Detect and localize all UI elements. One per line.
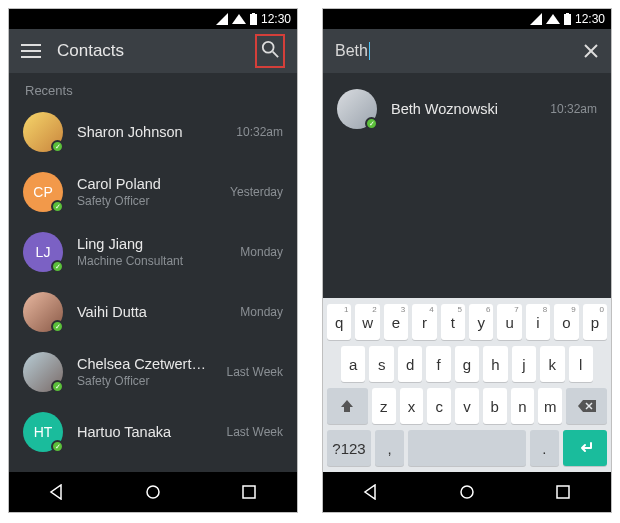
comma-key[interactable]: , <box>375 430 404 466</box>
phone-screen-search: 12:30 Beth Beth Woznowski 10:32am q1w2e3… <box>322 8 612 513</box>
key-e[interactable]: e3 <box>384 304 408 340</box>
presence-indicator <box>51 320 64 333</box>
key-v[interactable]: v <box>455 388 479 424</box>
search-button[interactable] <box>255 34 285 68</box>
contact-text: Ling Jiang Machine Consultant <box>77 236 220 268</box>
avatar <box>23 292 63 332</box>
nav-recent-button[interactable] <box>543 472 583 512</box>
svg-rect-24 <box>557 486 569 498</box>
section-label-recents: Recents <box>9 73 297 102</box>
key-m[interactable]: m <box>538 388 562 424</box>
key-j[interactable]: j <box>512 346 536 382</box>
key-d[interactable]: d <box>398 346 422 382</box>
contact-name: Hartuo Tanaka <box>77 424 207 440</box>
key-z[interactable]: z <box>372 388 396 424</box>
period-key[interactable]: . <box>530 430 559 466</box>
contact-row[interactable]: LJ Ling Jiang Machine Consultant Monday <box>9 222 297 282</box>
key-x[interactable]: x <box>400 388 424 424</box>
nav-back-button[interactable] <box>351 472 391 512</box>
avatar <box>337 89 377 129</box>
key-h[interactable]: h <box>483 346 507 382</box>
presence-indicator <box>51 140 64 153</box>
contact-time: Yesterday <box>230 185 283 199</box>
contact-name: Vaihi Dutta <box>77 304 220 320</box>
contact-subtitle: Machine Consultant <box>77 254 220 268</box>
contact-name: Chelsea Czetwertunski <box>77 356 207 372</box>
key-k[interactable]: k <box>540 346 564 382</box>
key-r[interactable]: r4 <box>412 304 436 340</box>
phone-screen-contacts: 12:30 Contacts Recents Sharon Johnson 10… <box>8 8 298 513</box>
svg-point-7 <box>263 42 274 53</box>
key-s[interactable]: s <box>369 346 393 382</box>
app-bar: Contacts <box>9 29 297 73</box>
contact-time: Monday <box>240 245 283 259</box>
svg-rect-2 <box>250 14 257 25</box>
svg-point-10 <box>147 486 159 498</box>
key-g[interactable]: g <box>455 346 479 382</box>
android-nav-bar <box>323 472 611 512</box>
avatar-initials: LJ <box>36 244 51 260</box>
enter-key[interactable] <box>563 430 607 466</box>
key-t[interactable]: t5 <box>441 304 465 340</box>
contact-row[interactable]: Sharon Johnson 10:32am <box>9 102 297 162</box>
key-u[interactable]: u7 <box>497 304 521 340</box>
svg-rect-11 <box>243 486 255 498</box>
contact-time: Last Week <box>227 425 283 439</box>
nav-home-button[interactable] <box>447 472 487 512</box>
avatar <box>23 352 63 392</box>
shift-key[interactable] <box>327 388 368 424</box>
avatar-initials: HT <box>34 424 53 440</box>
contact-row[interactable]: Chelsea Czetwertunski Safety Officer Las… <box>9 342 297 402</box>
key-w[interactable]: w2 <box>355 304 379 340</box>
contact-text: Vaihi Dutta <box>77 304 220 320</box>
key-p[interactable]: p0 <box>583 304 607 340</box>
svg-rect-5 <box>21 50 41 52</box>
svg-marker-12 <box>530 13 542 25</box>
contact-row[interactable]: CP Carol Poland Safety Officer Yesterday <box>9 162 297 222</box>
svg-marker-22 <box>365 485 375 499</box>
search-results: Beth Woznowski 10:32am <box>323 73 611 298</box>
contact-name: Ling Jiang <box>77 236 220 252</box>
contact-text: Hartuo Tanaka <box>77 424 207 440</box>
contact-name: Sharon Johnson <box>77 124 216 140</box>
contact-row[interactable]: Jalene Ng 2 Weeks Ago <box>9 462 297 472</box>
menu-icon[interactable] <box>21 41 41 61</box>
key-l[interactable]: l <box>569 346 593 382</box>
presence-indicator <box>51 380 64 393</box>
backspace-key[interactable] <box>566 388 607 424</box>
svg-marker-1 <box>232 14 246 24</box>
status-time: 12:30 <box>261 12 291 26</box>
presence-indicator <box>51 440 64 453</box>
presence-indicator <box>365 117 378 130</box>
close-icon[interactable] <box>583 43 599 59</box>
key-n[interactable]: n <box>511 388 535 424</box>
key-y[interactable]: y6 <box>469 304 493 340</box>
key-a[interactable]: a <box>341 346 365 382</box>
svg-point-23 <box>461 486 473 498</box>
nav-home-button[interactable] <box>133 472 173 512</box>
key-b[interactable]: b <box>483 388 507 424</box>
key-f[interactable]: f <box>426 346 450 382</box>
contact-text: Beth Woznowski <box>391 101 530 117</box>
nav-back-button[interactable] <box>37 472 77 512</box>
key-o[interactable]: o9 <box>554 304 578 340</box>
space-key[interactable] <box>408 430 525 466</box>
text-cursor <box>369 42 370 60</box>
contact-name: Carol Poland <box>77 176 210 192</box>
key-c[interactable]: c <box>427 388 451 424</box>
contact-row[interactable]: Beth Woznowski 10:32am <box>323 73 611 139</box>
contact-row[interactable]: HT Hartuo Tanaka Last Week <box>9 402 297 462</box>
key-q[interactable]: q1 <box>327 304 351 340</box>
search-bar: Beth <box>323 29 611 73</box>
key-i[interactable]: i8 <box>526 304 550 340</box>
search-input[interactable]: Beth <box>335 42 567 60</box>
nav-recent-button[interactable] <box>229 472 269 512</box>
contact-row[interactable]: Vaihi Dutta Monday <box>9 282 297 342</box>
contact-time: Last Week <box>227 365 283 379</box>
svg-marker-13 <box>546 14 560 24</box>
contacts-list[interactable]: Recents Sharon Johnson 10:32am CP Carol … <box>9 73 297 472</box>
svg-rect-15 <box>566 13 569 14</box>
app-title: Contacts <box>57 41 239 61</box>
battery-icon <box>250 13 257 25</box>
mode-key[interactable]: ?123 <box>327 430 371 466</box>
